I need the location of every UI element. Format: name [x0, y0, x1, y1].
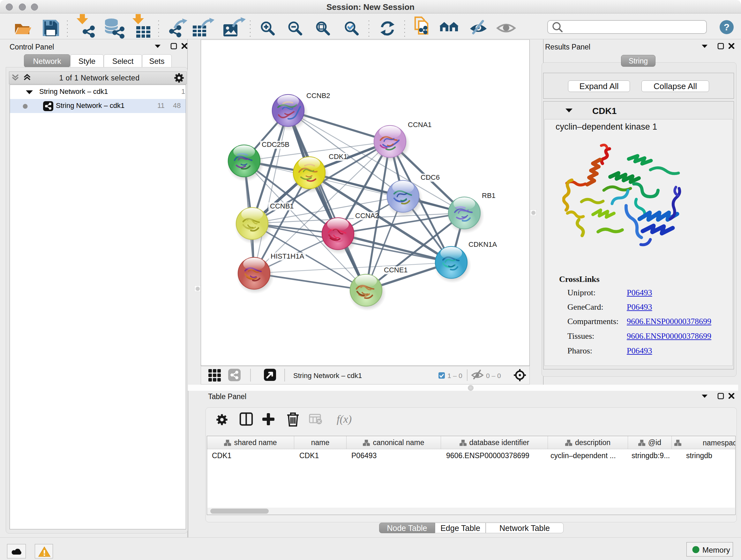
svg-text:CDC25B: CDC25B [262, 140, 289, 148]
svg-text:CCNA1: CCNA1 [408, 121, 432, 129]
svg-text:CCNA2: CCNA2 [355, 212, 379, 220]
svg-text:0 – 0: 0 – 0 [486, 372, 501, 379]
svg-text:String Network – cdk1: String Network – cdk1 [293, 372, 362, 380]
svg-text:CDKN1A: CDKN1A [468, 240, 497, 248]
svg-text:CCNB2: CCNB2 [307, 91, 330, 100]
svg-text:CDC6: CDC6 [421, 173, 440, 181]
svg-text:CDK1: CDK1 [329, 152, 347, 161]
svg-text:RB1: RB1 [482, 192, 495, 199]
svg-text:f(x): f(x) [337, 413, 352, 425]
svg-text:1 – 0: 1 – 0 [448, 372, 462, 379]
svg-text:CCNB1: CCNB1 [270, 202, 294, 210]
svg-text:CCNE1: CCNE1 [384, 266, 408, 274]
svg-text:HIST1H1A: HIST1H1A [271, 252, 304, 260]
svg-text:?: ? [724, 22, 730, 32]
